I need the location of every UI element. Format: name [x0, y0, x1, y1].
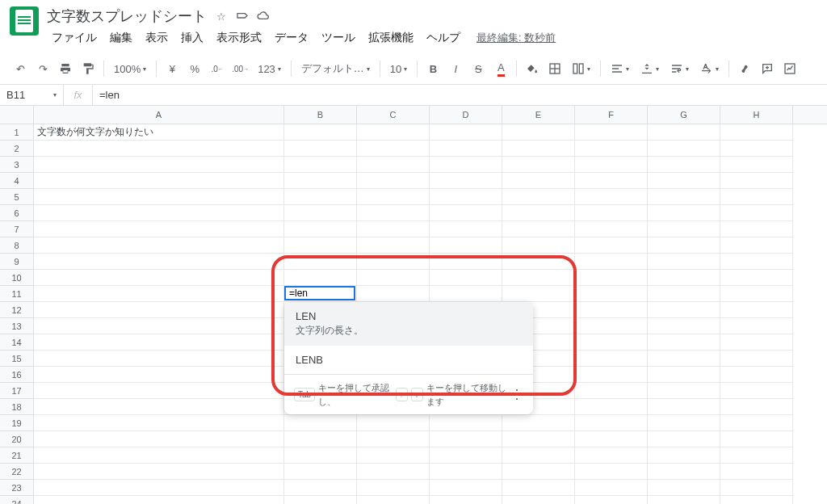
autocomplete-item[interactable]: LENB [284, 346, 533, 374]
cell[interactable] [430, 270, 502, 286]
row-header[interactable]: 9 [0, 254, 34, 270]
menu-help[interactable]: ヘルプ [422, 27, 465, 48]
cell[interactable] [648, 221, 720, 237]
row-header[interactable]: 10 [0, 270, 34, 286]
row-header[interactable]: 16 [0, 367, 34, 383]
menu-tools[interactable]: ツール [317, 27, 360, 48]
cell[interactable] [357, 173, 430, 189]
cell[interactable] [284, 221, 357, 237]
cell[interactable] [430, 189, 502, 205]
cell[interactable] [34, 189, 284, 205]
cell[interactable] [502, 124, 575, 141]
cell[interactable] [430, 173, 502, 189]
cell[interactable] [575, 189, 648, 205]
cell[interactable] [357, 189, 430, 205]
last-edit-link[interactable]: 最終編集: 数秒前 [476, 31, 556, 45]
cell[interactable] [430, 447, 502, 464]
cell[interactable] [575, 205, 648, 221]
currency-button[interactable]: ¥ [162, 58, 183, 79]
cell[interactable] [648, 157, 720, 173]
cell[interactable] [430, 254, 502, 270]
cell[interactable] [575, 383, 648, 399]
cell[interactable] [720, 447, 793, 464]
cell[interactable] [575, 415, 648, 431]
cell[interactable] [430, 286, 502, 302]
zoom-dropdown[interactable]: 100% [109, 58, 151, 79]
cell[interactable] [648, 173, 720, 189]
insert-comment-button[interactable] [757, 58, 778, 79]
cell[interactable] [502, 141, 575, 157]
insert-chart-button[interactable] [779, 58, 800, 79]
row-header[interactable]: 4 [0, 173, 34, 189]
name-box[interactable]: B11 [0, 89, 63, 101]
cell[interactable] [720, 431, 793, 447]
cell[interactable] [430, 205, 502, 221]
cell[interactable] [575, 447, 648, 464]
document-title[interactable]: 文字数スプレッドシート [47, 6, 207, 26]
cell[interactable] [575, 270, 648, 286]
cell[interactable] [575, 480, 648, 496]
cell[interactable] [502, 270, 575, 286]
cell[interactable] [720, 351, 793, 367]
cell[interactable] [34, 399, 284, 415]
row-header[interactable]: 11 [0, 286, 34, 302]
cell[interactable] [357, 221, 430, 237]
cell[interactable] [357, 496, 430, 504]
cell[interactable] [648, 254, 720, 270]
cell[interactable] [284, 124, 357, 141]
cell[interactable] [648, 464, 720, 480]
cell[interactable] [357, 286, 430, 302]
cell[interactable] [430, 157, 502, 173]
text-wrap-button[interactable] [665, 58, 694, 79]
cell[interactable] [648, 270, 720, 286]
row-header[interactable]: 14 [0, 334, 34, 351]
cell[interactable] [34, 173, 284, 189]
cell[interactable] [34, 157, 284, 173]
redo-button[interactable]: ↷ [32, 58, 53, 79]
cell[interactable] [502, 189, 575, 205]
cell[interactable] [430, 431, 502, 447]
cell[interactable] [357, 415, 430, 431]
move-icon[interactable] [236, 10, 249, 23]
menu-format[interactable]: 表示形式 [212, 27, 267, 48]
print-button[interactable] [55, 58, 76, 79]
cell[interactable] [720, 189, 793, 205]
row-header[interactable]: 12 [0, 302, 34, 318]
column-header[interactable]: H [720, 106, 793, 124]
cell[interactable] [648, 383, 720, 399]
cell[interactable] [502, 431, 575, 447]
font-dropdown[interactable]: デフォルト… [296, 58, 375, 79]
row-header[interactable]: 8 [0, 237, 34, 254]
column-header[interactable]: E [502, 106, 575, 124]
cell[interactable] [648, 286, 720, 302]
column-header[interactable]: C [357, 106, 430, 124]
cell[interactable] [720, 237, 793, 254]
cell[interactable] [34, 431, 284, 447]
column-header[interactable]: G [648, 106, 720, 124]
row-header[interactable]: 2 [0, 141, 34, 157]
cell[interactable] [648, 318, 720, 334]
row-header[interactable]: 15 [0, 351, 34, 367]
horizontal-align-button[interactable] [606, 58, 634, 79]
number-format-dropdown[interactable]: 123 [253, 58, 286, 79]
cell[interactable] [284, 141, 357, 157]
cell[interactable] [648, 415, 720, 431]
cell[interactable] [34, 237, 284, 254]
cell[interactable] [430, 141, 502, 157]
cell[interactable] [648, 302, 720, 318]
cell[interactable] [648, 431, 720, 447]
autocomplete-item[interactable]: LEN 文字列の長さ。 [284, 302, 533, 346]
cell[interactable] [720, 124, 793, 141]
cell[interactable] [430, 496, 502, 504]
cell[interactable] [575, 173, 648, 189]
cell[interactable] [502, 205, 575, 221]
cell[interactable] [502, 464, 575, 480]
cell[interactable] [357, 157, 430, 173]
cell[interactable] [284, 464, 357, 480]
cell[interactable] [648, 447, 720, 464]
cell[interactable] [648, 237, 720, 254]
cell[interactable] [34, 141, 284, 157]
paint-format-button[interactable] [78, 58, 99, 79]
text-color-button[interactable]: A [490, 58, 511, 79]
cell[interactable] [720, 334, 793, 351]
